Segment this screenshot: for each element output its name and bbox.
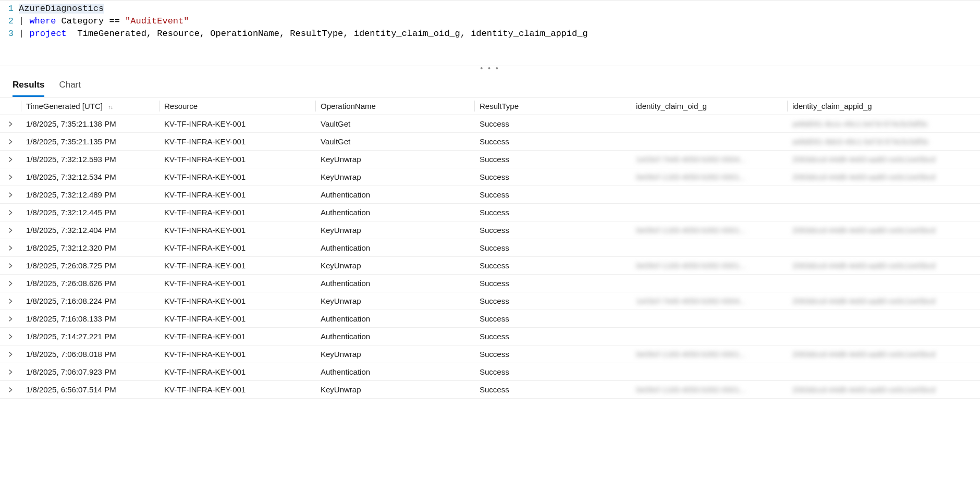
cell-resulttype: Success [474,239,631,257]
line-number: 1 [0,3,19,15]
cell-identity-appid: 2063dccd-44d8-4e83-aa80-ce0c1ee5bcd [787,151,980,168]
chevron-right-icon [7,262,14,269]
cell-resulttype: Success [474,186,631,204]
expand-row[interactable] [0,328,21,345]
column-label: Resource [164,102,198,110]
resize-handle[interactable]: • • • [0,66,980,73]
expand-row[interactable] [0,133,21,151]
cell-identity-appid: 2063dccd-44d8-4e83-aa80-ce0c1ee5bcd [787,345,980,363]
table-row[interactable]: 1/8/2025, 7:06:08.018 PMKV-TF-INFRA-KEY-… [0,345,980,363]
table-row[interactable]: 1/8/2025, 7:26:08.725 PMKV-TF-INFRA-KEY-… [0,257,980,275]
cell-operationname: Authentication [315,275,474,292]
cell-identity-appid: 2063dccd-44d8-4e83-aa80-ce0c1ee5bcd [787,381,980,399]
cell-identity-oid: 0e09cf-1183-4050-b392-0001... [631,257,787,275]
tab-results[interactable]: Results [13,80,44,97]
column-timegenerated[interactable]: TimeGenerated [UTC] ↑↓ [21,97,159,115]
cell-operationname: Authentication [315,186,474,204]
table-row[interactable]: 1/8/2025, 7:32:12.534 PMKV-TF-INFRA-KEY-… [0,168,980,186]
editor-line[interactable]: 1AzureDiagnostics [0,3,980,15]
expand-row[interactable] [0,275,21,292]
chevron-right-icon [7,280,14,287]
expand-row[interactable] [0,151,21,168]
cell-identity-oid: 1e03cf-7440-4050-b392-0004... [631,292,787,310]
table-row[interactable]: 1/8/2025, 7:35:21.135 PMKV-TF-INFRA-KEY-… [0,133,980,151]
editor-line[interactable]: 2| where Category == "AuditEvent" [0,15,980,28]
cell-identity-oid [631,275,787,292]
cell-resource: KV-TF-INFRA-KEY-001 [159,310,315,328]
expand-row[interactable] [0,363,21,381]
tab-chart[interactable]: Chart [59,80,81,97]
cell-operationname: KeyUnwrap [315,292,474,310]
chevron-right-icon [7,174,14,181]
column-identity-oid[interactable]: identity_claim_oid_g [631,97,787,115]
table-row[interactable]: 1/8/2025, 7:14:27.221 PMKV-TF-INFRA-KEY-… [0,328,980,345]
cell-timegenerated: 1/8/2025, 7:14:27.221 PM [21,328,159,345]
cell-identity-appid: a48d091-8ccc-49c1-b47d-974c5c5df3c [787,115,980,133]
cell-identity-oid: 1e03cf-7440-4050-b392-0004... [631,151,787,168]
chevron-right-icon [7,209,14,216]
code-content[interactable]: | where Category == "AuditEvent" [19,15,189,28]
expand-row[interactable] [0,168,21,186]
cell-identity-oid: 0e09cf-1183-4050-b392-0001... [631,168,787,186]
column-label: identity_claim_oid_g [636,102,707,110]
expand-row[interactable] [0,310,21,328]
cell-resulttype: Success [474,310,631,328]
expand-row[interactable] [0,221,21,239]
cell-identity-oid [631,204,787,221]
sort-icon[interactable]: ↑↓ [108,104,113,110]
table-row[interactable]: 1/8/2025, 7:16:08.133 PMKV-TF-INFRA-KEY-… [0,310,980,328]
column-label: identity_claim_appid_g [792,102,872,110]
expand-row[interactable] [0,257,21,275]
table-row[interactable]: 1/8/2025, 7:16:08.224 PMKV-TF-INFRA-KEY-… [0,292,980,310]
cell-resulttype: Success [474,204,631,221]
cell-timegenerated: 1/8/2025, 7:06:08.018 PM [21,345,159,363]
kql-editor[interactable]: 1AzureDiagnostics2| where Category == "A… [0,0,980,66]
table-row[interactable]: 1/8/2025, 6:56:07.514 PMKV-TF-INFRA-KEY-… [0,381,980,399]
cell-timegenerated: 1/8/2025, 7:26:08.725 PM [21,257,159,275]
table-row[interactable]: 1/8/2025, 7:32:12.489 PMKV-TF-INFRA-KEY-… [0,186,980,204]
expand-row[interactable] [0,239,21,257]
column-resource[interactable]: Resource [159,97,315,115]
cell-timegenerated: 1/8/2025, 7:16:08.133 PM [21,310,159,328]
code-content[interactable]: | project TimeGenerated, Resource, Opera… [19,28,588,40]
cell-identity-appid [787,363,980,381]
cell-operationname: VaultGet [315,115,474,133]
cell-timegenerated: 1/8/2025, 6:56:07.514 PM [21,381,159,399]
table-row[interactable]: 1/8/2025, 7:26:08.626 PMKV-TF-INFRA-KEY-… [0,275,980,292]
table-row[interactable]: 1/8/2025, 7:32:12.593 PMKV-TF-INFRA-KEY-… [0,151,980,168]
expand-row[interactable] [0,292,21,310]
cell-identity-appid [787,186,980,204]
cell-operationname: Authentication [315,310,474,328]
table-row[interactable]: 1/8/2025, 7:35:21.138 PMKV-TF-INFRA-KEY-… [0,115,980,133]
cell-identity-appid [787,239,980,257]
table-row[interactable]: 1/8/2025, 7:32:12.404 PMKV-TF-INFRA-KEY-… [0,221,980,239]
table-row[interactable]: 1/8/2025, 7:06:07.923 PMKV-TF-INFRA-KEY-… [0,363,980,381]
cell-operationname: Authentication [315,204,474,221]
cell-resource: KV-TF-INFRA-KEY-001 [159,328,315,345]
cell-timegenerated: 1/8/2025, 7:32:12.489 PM [21,186,159,204]
expand-row[interactable] [0,186,21,204]
cell-resulttype: Success [474,168,631,186]
chevron-right-icon [7,138,14,145]
cell-resulttype: Success [474,275,631,292]
cell-operationname: KeyUnwrap [315,381,474,399]
chevron-right-icon [7,351,14,358]
code-content[interactable]: AzureDiagnostics [19,3,104,15]
column-label: ResultType [480,102,519,110]
cell-identity-oid [631,310,787,328]
cell-timegenerated: 1/8/2025, 7:26:08.626 PM [21,275,159,292]
expand-row[interactable] [0,204,21,221]
expand-row[interactable] [0,345,21,363]
chevron-right-icon [7,368,14,376]
expand-row[interactable] [0,381,21,399]
chevron-right-icon [7,333,14,340]
table-row[interactable]: 1/8/2025, 7:32:12.320 PMKV-TF-INFRA-KEY-… [0,239,980,257]
chevron-right-icon [7,315,14,323]
table-row[interactable]: 1/8/2025, 7:32:12.445 PMKV-TF-INFRA-KEY-… [0,204,980,221]
cell-resulttype: Success [474,221,631,239]
column-operationname[interactable]: OperationName [315,97,474,115]
expand-row[interactable] [0,115,21,133]
editor-line[interactable]: 3| project TimeGenerated, Resource, Oper… [0,28,980,40]
column-resulttype[interactable]: ResultType [474,97,631,115]
column-identity-appid[interactable]: identity_claim_appid_g [787,97,980,115]
